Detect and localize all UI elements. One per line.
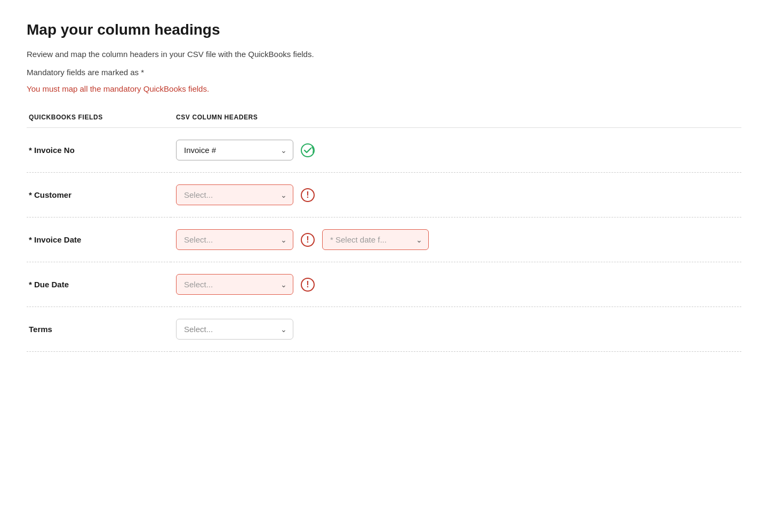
select-wrapper-customer: Select...⌄ xyxy=(176,184,293,205)
date-format-wrapper-invoice-date: * Select date f...⌄ xyxy=(322,229,429,250)
mapping-table: QUICKBOOKS FIELDS CSV COLUMN HEADERS * I… xyxy=(27,108,741,352)
table-row: * Invoice NoInvoice #Invoice #⌄ xyxy=(27,128,741,173)
svg-point-0 xyxy=(301,144,314,157)
field-controls-customer: Select...⌄ ! xyxy=(171,173,741,217)
select-wrapper-due-date: Select...⌄ xyxy=(176,274,293,295)
page-title: Map your column headings xyxy=(27,21,741,38)
success-icon-invoice-no xyxy=(300,142,316,158)
select-terms[interactable]: Select... xyxy=(176,319,293,340)
field-controls-due-date: Select...⌄ ! xyxy=(171,262,741,307)
column-header-quickbooks: QUICKBOOKS FIELDS xyxy=(27,108,171,128)
select-wrapper-invoice-date: Select...⌄ xyxy=(176,229,293,250)
field-label-customer: * Customer xyxy=(27,173,171,217)
table-row: * CustomerSelect...⌄ ! xyxy=(27,173,741,217)
field-controls-terms: Select...⌄ xyxy=(171,307,741,351)
table-row: * Invoice DateSelect...⌄ ! * Select date… xyxy=(27,217,741,262)
field-label-due-date: * Due Date xyxy=(27,262,171,307)
svg-text:!: ! xyxy=(306,280,309,289)
table-row: TermsSelect...⌄ xyxy=(27,307,741,352)
column-header-csv: CSV COLUMN HEADERS xyxy=(171,108,741,128)
error-icon-invoice-date: ! xyxy=(300,232,316,248)
select-wrapper-terms: Select...⌄ xyxy=(176,319,293,340)
select-invoice-no[interactable]: Invoice #Invoice # xyxy=(176,140,293,160)
error-icon-customer: ! xyxy=(300,187,316,203)
field-label-invoice-no: * Invoice No xyxy=(27,128,171,173)
field-controls-invoice-no: Invoice #Invoice #⌄ xyxy=(171,128,741,172)
field-controls-invoice-date: Select...⌄ ! * Select date f...⌄ xyxy=(171,217,741,262)
select-due-date[interactable]: Select... xyxy=(176,274,293,295)
svg-text:!: ! xyxy=(306,190,309,199)
svg-text:!: ! xyxy=(306,235,309,244)
table-row: * Due DateSelect...⌄ ! xyxy=(27,262,741,307)
field-label-terms: Terms xyxy=(27,307,171,352)
select-customer[interactable]: Select... xyxy=(176,184,293,205)
select-wrapper-invoice-no: Invoice #Invoice #⌄ xyxy=(176,140,293,160)
description-line2: Mandatory fields are marked as * xyxy=(27,66,741,79)
description-line1: Review and map the column headers in you… xyxy=(27,48,741,61)
date-format-select-invoice-date[interactable]: * Select date f... xyxy=(322,229,429,250)
field-label-invoice-date: * Invoice Date xyxy=(27,217,171,262)
page-container: Map your column headings Review and map … xyxy=(0,0,768,532)
select-invoice-date[interactable]: Select... xyxy=(176,229,293,250)
error-icon-due-date: ! xyxy=(300,277,316,293)
validation-error-message: You must map all the mandatory QuickBook… xyxy=(27,84,741,93)
